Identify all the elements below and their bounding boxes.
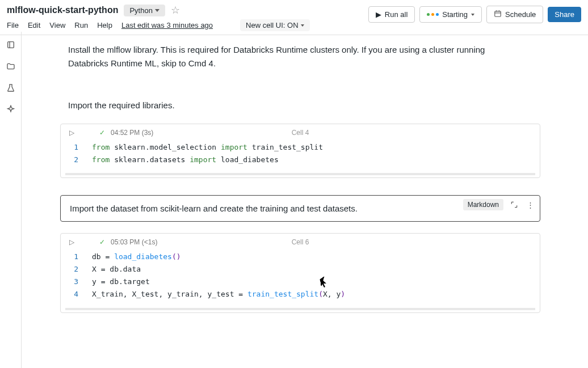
markdown-cell-dataset[interactable]: Markdown ⋮ Import the dataset from sciki… [60, 195, 540, 222]
menu-edit[interactable]: Edit [28, 21, 40, 29]
code-cell-4[interactable]: ▷ ✓ 04:52 PM (3s) Cell 4 1from sklearn.m… [60, 124, 540, 178]
cell-resize-handle[interactable] [65, 173, 535, 175]
expand-icon[interactable] [509, 200, 519, 210]
menu-help[interactable]: Help [97, 21, 112, 29]
cell-label: Cell 6 [292, 238, 309, 246]
cell-time: 05:03 PM (<1s) [111, 238, 157, 246]
new-cell-ui-toggle[interactable]: New cell UI: ON [240, 19, 309, 31]
code-editor[interactable]: 1db = load_diabetes()2X = db.data3y = db… [61, 248, 540, 307]
markdown-cell-intro[interactable]: Install the mlflow library. This is requ… [22, 32, 515, 70]
cell-label: Cell 4 [292, 129, 309, 137]
menu-file[interactable]: File [7, 21, 19, 29]
menu-view[interactable]: View [49, 21, 65, 29]
cell-resize-handle[interactable] [65, 308, 535, 310]
notebook-title[interactable]: mlflow-quick-start-python [7, 5, 118, 15]
folder-icon[interactable] [6, 61, 16, 71]
run-cell-icon[interactable]: ▷ [66, 129, 77, 137]
code-editor[interactable]: 1from sklearn.model_selection import tra… [61, 139, 540, 173]
cell-time: 04:52 PM (3s) [111, 129, 153, 137]
star-icon[interactable]: ☆ [171, 4, 180, 16]
run-all-button[interactable]: ▶ Run all [368, 6, 415, 23]
language-label: Python [129, 6, 152, 15]
assistant-icon[interactable] [6, 104, 16, 115]
calendar-icon [494, 10, 502, 19]
last-edit-link[interactable]: Last edit was 3 minutes ago [121, 21, 213, 29]
share-label: Share [555, 10, 574, 19]
share-button[interactable]: Share [548, 7, 581, 22]
status-label: Starting [442, 10, 468, 19]
svg-rect-0 [495, 11, 501, 16]
schedule-label: Schedule [505, 10, 536, 19]
language-selector[interactable]: Python [124, 5, 165, 16]
run-cell-icon[interactable]: ▷ [66, 238, 77, 246]
check-icon: ✓ [99, 238, 105, 246]
cluster-status-button[interactable]: Starting [419, 6, 482, 23]
markdown-text: Import the dataset from scikit-learn and… [70, 204, 531, 213]
svg-rect-4 [7, 42, 14, 48]
experiments-icon[interactable] [6, 83, 16, 93]
status-dots-icon [427, 13, 439, 16]
toc-icon[interactable] [6, 40, 16, 50]
new-cell-label: New cell UI: ON [246, 21, 298, 29]
markdown-cell-import[interactable]: Import the required libraries. [22, 70, 515, 112]
chevron-down-icon [471, 14, 474, 16]
code-cell-6[interactable]: ▷ ✓ 05:03 PM (<1s) Cell 6 1db = load_dia… [60, 233, 540, 312]
run-all-label: Run all [385, 10, 408, 19]
kebab-icon[interactable]: ⋮ [525, 200, 535, 210]
check-icon: ✓ [99, 129, 105, 137]
chevron-down-icon [301, 24, 304, 27]
chevron-down-icon [155, 9, 159, 12]
menu-run[interactable]: Run [74, 21, 88, 29]
schedule-button[interactable]: Schedule [486, 6, 543, 23]
play-icon: ▶ [376, 10, 381, 19]
cell-type-badge[interactable]: Markdown [463, 199, 503, 210]
